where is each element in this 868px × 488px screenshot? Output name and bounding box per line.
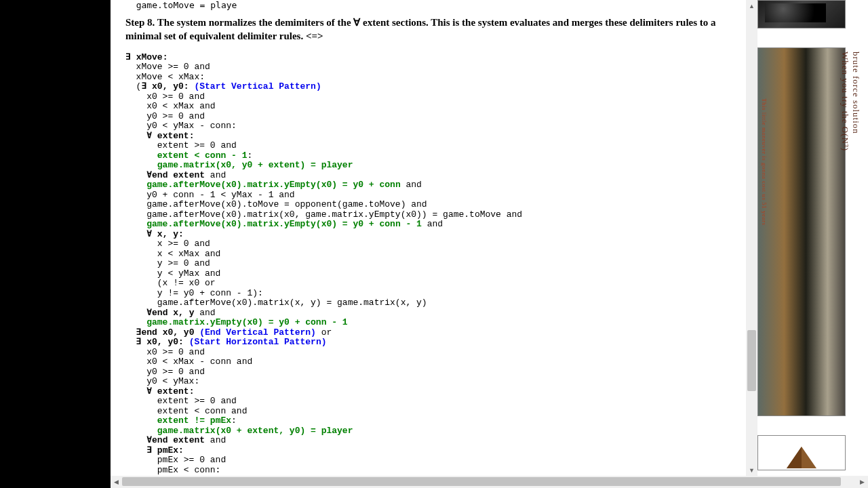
code-line: [125, 317, 146, 327]
code-line: extent != pmEx: [157, 415, 231, 426]
code-line: ∃ x0, y0:: [125, 337, 184, 347]
article-body: game.toMove = playe Step 8. The system n…: [111, 0, 757, 476]
code-line: x0 < xMax - conn and: [125, 357, 252, 367]
code-line: and: [205, 170, 226, 180]
code-line: extent >= 0 and: [125, 140, 237, 150]
meme-red-caption: This little maneuver is gonna cost us 51…: [761, 98, 768, 225]
hscroll-track[interactable]: [122, 476, 856, 488]
code-line: y != y0 + conn - 1):: [125, 288, 263, 298]
article-viewport: game.toMove = playe Step 8. The system n…: [111, 0, 757, 476]
code-line: x0 < xMax and: [125, 101, 216, 111]
code-line: [125, 219, 146, 229]
code-line: ∀ x, y:: [125, 229, 184, 239]
code-line: game.matrix.yEmpty(x0) = y0 + conn - 1: [146, 317, 347, 327]
scroll-up-button[interactable]: ▲: [746, 0, 757, 12]
scroll-right-button[interactable]: ▶: [856, 476, 868, 488]
code-line: x0 >= 0 and: [125, 92, 205, 102]
triangle-icon: [781, 443, 822, 470]
code-line: extent >= 0 and: [125, 396, 237, 406]
code-annot: (End Vertical Pattern): [194, 327, 315, 338]
scroll-down-button[interactable]: ▼: [746, 464, 757, 476]
code-line: [125, 150, 157, 161]
code-annot: (Start Horizontal Pattern): [184, 337, 327, 347]
forall-symbol: ∀: [353, 17, 360, 28]
right-sidebar: This little maneuver is gonna cost us 51…: [757, 0, 868, 476]
step-label: Step 8.: [125, 17, 155, 28]
hscroll-thumb[interactable]: [122, 477, 841, 486]
code-line: ∀end x, y: [125, 308, 194, 318]
code-line: pmEx >= 0 and: [125, 455, 226, 465]
horizontal-scrollbar[interactable]: ◀ ▶: [111, 476, 868, 488]
code-line: extent < conn - 1: [157, 150, 248, 161]
code-line: y0 < yMax - conn:: [125, 121, 237, 131]
code-line: y < yMax and: [125, 268, 220, 279]
scroll-track[interactable]: [746, 12, 757, 464]
code-line: and: [422, 219, 443, 229]
vertical-scrollbar[interactable]: ▲ ▼: [746, 0, 757, 476]
code-annot: (Start Vertical Pattern): [189, 81, 321, 92]
code-line: ∀ extent:: [125, 386, 194, 396]
code-fragment-top: game.toMove = playe: [125, 0, 743, 10]
code-line: [125, 180, 146, 190]
code-line: game.afterMove(x0).matrix(x, y) = game.m…: [125, 298, 427, 308]
code-line: y0 >= 0 and: [125, 367, 205, 377]
sidebar-image-meme[interactable]: This little maneuver is gonna cost us 51…: [757, 47, 846, 416]
code-line: ∃end x0, y0: [125, 327, 194, 338]
code-line: y0 >= 0 and: [125, 111, 205, 121]
scroll-left-button[interactable]: ◀: [111, 476, 122, 488]
code-line: x >= 0 and: [125, 239, 210, 249]
sidebar-image-bottom[interactable]: [757, 435, 846, 470]
code-line: y0 + conn - 1 < yMax - 1 and: [125, 190, 295, 200]
code-line: y >= 0 and: [125, 258, 210, 268]
code-block: ∃ xMove: xMove >= 0 and xMove < xMax: (∃…: [125, 53, 743, 476]
code-line: extent < conn and: [125, 406, 247, 416]
code-line: [125, 415, 157, 426]
code-line: ∀end extent: [125, 170, 205, 180]
code-line: y0 < yMax:: [125, 376, 199, 386]
code-line: game.afterMove(x0).toMove = opponent(gam…: [125, 199, 427, 209]
svg-marker-1: [787, 447, 802, 468]
code-line: game.matrix(x0 + extent, y0) = player: [157, 426, 353, 436]
code-line: game.afterMove(x0).matrix(x0, game.matri…: [125, 209, 522, 220]
code-line: :: [231, 415, 237, 426]
code-line: (x != x0 or: [125, 278, 216, 288]
code-line: (: [125, 81, 141, 92]
code-line: and: [194, 308, 215, 318]
code-line: game.afterMove(x0).matrix.yEmpty(x0) = y…: [146, 219, 422, 229]
code-line: :: [247, 150, 252, 161]
code-line: ∀ extent:: [125, 131, 194, 141]
step-text-a: The system normalizes the demimiters of …: [155, 17, 353, 28]
code-line: and: [401, 180, 422, 190]
code-line: and: [205, 435, 226, 445]
code-line: pmEx < conn:: [125, 465, 220, 475]
code-line: x < xMax and: [125, 249, 220, 259]
code-line: ∃ x0, y0:: [141, 81, 189, 92]
sidebar-image-top[interactable]: [757, 0, 846, 28]
code-line: ∃ xMove:: [125, 52, 167, 62]
code-line: game.matrix(x0, y0 + extent) = player: [157, 160, 353, 170]
sidebar-vertical-caption: When you try the O(N³) brute force solut…: [845, 0, 856, 420]
code-line: game.afterMove(x0).matrix.yEmpty(x0) = y…: [146, 180, 400, 190]
code-line: xMove < xMax:: [125, 72, 205, 82]
code-line: xMove >= 0 and: [125, 62, 210, 72]
code-line: x0 >= 0 and: [125, 347, 205, 357]
code-line: [125, 426, 157, 436]
vertical-caption-line1: When you try the O(N³): [840, 0, 850, 420]
scroll-thumb[interactable]: [747, 330, 756, 391]
step-8-heading: Step 8. The system normalizes the demimi…: [125, 16, 743, 43]
code-line: [125, 160, 157, 170]
sidebar-column: This little maneuver is gonna cost us 51…: [757, 0, 846, 476]
code-line: ∃ pmEx:: [125, 445, 184, 455]
code-line: or: [316, 327, 332, 338]
vertical-caption-line2: brute force solution: [850, 0, 861, 420]
code-line: ∀end extent: [125, 435, 205, 445]
